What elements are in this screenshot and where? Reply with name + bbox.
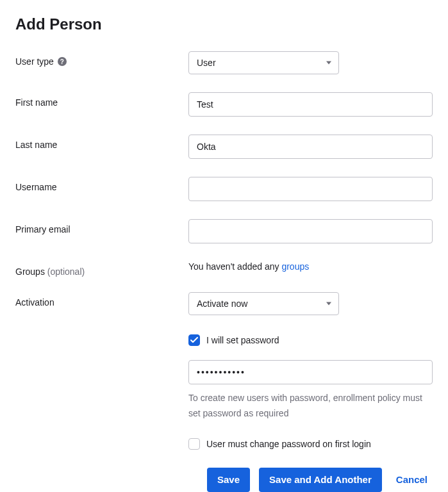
cancel-button[interactable]: Cancel — [391, 468, 433, 492]
first-name-input[interactable] — [188, 92, 433, 117]
last-name-label: Last name — [15, 135, 188, 150]
groups-label-text: Groups — [15, 266, 45, 277]
activation-label: Activation — [15, 292, 188, 308]
password-helper-text: To create new users with password, enrol… — [188, 391, 433, 422]
groups-empty-message: You haven't added any groups — [188, 261, 433, 272]
groups-label: Groups (optional) — [15, 261, 188, 277]
activation-label-text: Activation — [15, 297, 54, 308]
set-password-label: I will set password — [206, 335, 279, 345]
chevron-down-icon — [326, 62, 331, 65]
change-password-label: User must change password on first login — [206, 439, 371, 449]
save-add-another-button[interactable]: Save and Add Another — [259, 468, 382, 492]
check-icon — [190, 337, 198, 343]
chevron-down-icon — [326, 302, 331, 306]
save-button[interactable]: Save — [207, 468, 250, 492]
change-password-checkbox[interactable] — [188, 438, 200, 450]
user-type-value: User — [197, 58, 216, 68]
username-label-text: Username — [15, 182, 57, 192]
activation-select[interactable]: Activate now — [188, 292, 339, 315]
groups-optional-text: (optional) — [47, 266, 85, 277]
username-label: Username — [15, 177, 188, 192]
first-name-label-text: First name — [15, 97, 58, 108]
first-name-label: First name — [15, 92, 188, 108]
last-name-label-text: Last name — [15, 140, 57, 150]
groups-message-prefix: You haven't added any — [188, 261, 281, 272]
user-type-select[interactable]: User — [188, 51, 339, 74]
username-input[interactable] — [188, 177, 433, 201]
primary-email-label-text: Primary email — [15, 224, 71, 234]
set-password-checkbox[interactable] — [188, 334, 200, 346]
groups-link[interactable]: groups — [281, 261, 309, 272]
last-name-input[interactable] — [188, 135, 433, 159]
help-icon[interactable]: ? — [58, 57, 67, 66]
password-input[interactable] — [188, 360, 433, 384]
primary-email-input[interactable] — [188, 219, 433, 243]
user-type-label: User type ? — [15, 51, 188, 67]
primary-email-label: Primary email — [15, 219, 188, 234]
activation-value: Activate now — [197, 299, 247, 309]
user-type-label-text: User type — [15, 56, 54, 67]
page-title: Add Person — [15, 15, 433, 33]
